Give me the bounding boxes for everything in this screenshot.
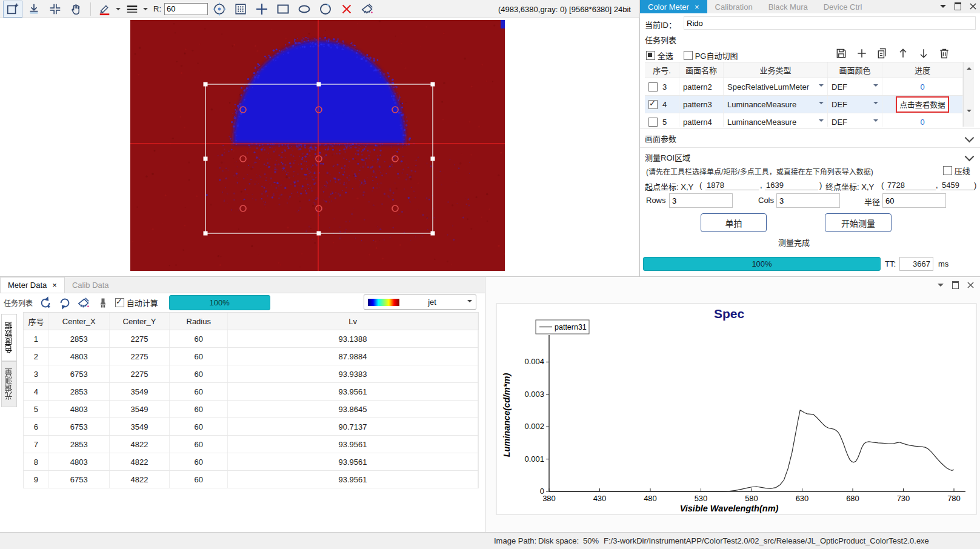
radius-input[interactable]: [164, 3, 208, 15]
meter-row[interactable]: 9675348226093.9561: [23, 471, 479, 488]
delete-task-button[interactable]: [938, 47, 950, 59]
roi-handle[interactable]: [431, 82, 435, 87]
column-header[interactable]: Lv: [228, 313, 478, 330]
task-row[interactable]: 3pattern2SpecRelativeLumMeterDEF0: [645, 78, 974, 96]
new-image-button[interactable]: [3, 1, 22, 18]
column-header[interactable]: 序号: [24, 313, 49, 330]
progress-cell[interactable]: 0: [882, 78, 963, 95]
chevron-down-icon[interactable]: [965, 133, 975, 143]
tab-close-icon[interactable]: ×: [52, 281, 57, 290]
dock-menu-arrow-icon[interactable]: [938, 284, 944, 290]
clear-canvas-button[interactable]: [358, 1, 378, 18]
reload-tasks-button[interactable]: [39, 296, 52, 310]
move-task-down-button[interactable]: [918, 47, 930, 59]
close-dock-icon[interactable]: [970, 3, 976, 10]
brush-button[interactable]: [97, 297, 109, 309]
tt-value-field[interactable]: 3667: [899, 257, 933, 271]
line-style-dropdown-arrow[interactable]: [143, 8, 148, 13]
tab-calibration[interactable]: Calibration: [707, 0, 761, 13]
progress-cell[interactable]: 点击查看数据: [882, 96, 963, 113]
meter-row[interactable]: 2480322756087.9884: [23, 348, 479, 365]
side-tab-spectrum[interactable]: 光谱测量: [1, 361, 17, 407]
side-tab-color-data[interactable]: 色度数据: [1, 314, 17, 361]
clear-table-button[interactable]: [78, 296, 91, 310]
column-header[interactable]: 序号.: [645, 62, 679, 78]
rect-tool-button[interactable]: [273, 1, 293, 18]
tab-black-mura[interactable]: Black Mura: [761, 0, 816, 13]
task-type-dropdown[interactable]: SpecRelativeLumMeter: [724, 78, 828, 95]
pattern-color-dropdown[interactable]: DEF: [828, 96, 882, 113]
close-dock-icon[interactable]: [967, 282, 974, 288]
task-table-scrollbar[interactable]: [963, 62, 974, 127]
single-point-tool-button[interactable]: [210, 1, 229, 18]
start-measure-button[interactable]: 开始测量: [825, 213, 892, 232]
add-task-button[interactable]: [856, 47, 868, 59]
column-header[interactable]: Center_X: [49, 313, 110, 330]
pattern-color-dropdown[interactable]: DEF: [828, 113, 882, 127]
checkbox-empty-icon[interactable]: [648, 118, 658, 127]
roi-handle[interactable]: [204, 157, 208, 161]
single-shot-button[interactable]: 单拍: [701, 213, 767, 232]
task-type-dropdown[interactable]: LuminanceMeasure: [724, 96, 828, 113]
column-header[interactable]: 业务类型: [724, 62, 828, 78]
task-row[interactable]: 4pattern3LuminanceMeasureDEF点击查看数据: [645, 96, 974, 113]
roi-handle[interactable]: [317, 231, 321, 236]
roi-handle[interactable]: [431, 231, 435, 236]
measurement-image[interactable]: [130, 20, 505, 271]
pattern-color-dropdown[interactable]: DEF: [828, 78, 882, 95]
roi-handle[interactable]: [204, 82, 208, 87]
column-header[interactable]: 画面名称: [679, 62, 724, 78]
auto-calc-checkbox[interactable]: 自动计算: [115, 297, 158, 308]
ellipse-tool-button[interactable]: [295, 1, 314, 18]
pg-autocut-checkbox[interactable]: PG自动切图: [684, 50, 738, 61]
copy-task-button[interactable]: [876, 47, 888, 59]
snapline-checkbox[interactable]: 压线: [943, 165, 970, 176]
rows-input[interactable]: [669, 193, 733, 208]
image-canvas-area[interactable]: [0, 18, 639, 276]
roi-start-y-input[interactable]: 1639: [765, 181, 818, 190]
delete-roi-button[interactable]: [337, 1, 356, 18]
tab-calib-data[interactable]: Calib Data: [65, 277, 116, 293]
meter-row[interactable]: 7285348226093.9561: [23, 436, 479, 453]
pencil-color-button[interactable]: [95, 1, 115, 18]
meter-row[interactable]: 8480348226093.9561: [23, 453, 479, 471]
tab-device-ctrl[interactable]: Device Ctrl: [816, 0, 870, 13]
move-task-up-button[interactable]: [897, 47, 909, 59]
section-screen-params[interactable]: 画面参数: [645, 133, 676, 144]
tab-close-icon[interactable]: ×: [695, 2, 699, 12]
tab-meter-data[interactable]: Meter Data ×: [0, 277, 65, 293]
roi-end-y-input[interactable]: 5459: [941, 181, 975, 190]
dock-menu-arrow-icon[interactable]: [940, 5, 946, 11]
meter-row[interactable]: 6675335496090.7137: [23, 418, 479, 436]
save-tasks-button[interactable]: [835, 47, 847, 59]
checkbox-empty-icon[interactable]: [648, 82, 658, 92]
task-row[interactable]: 5pattern4LuminanceMeasureDEF0: [645, 113, 974, 127]
float-window-icon[interactable]: [952, 281, 959, 289]
pencil-dropdown-arrow[interactable]: [116, 8, 121, 13]
float-window-icon[interactable]: [955, 2, 961, 10]
chevron-down-icon[interactable]: [965, 152, 975, 162]
task-type-dropdown[interactable]: LuminanceMeasure: [724, 113, 828, 127]
meter-row[interactable]: 5480335496093.8645: [23, 401, 479, 418]
column-header[interactable]: 进度: [882, 62, 963, 78]
roi-radius-input[interactable]: [882, 193, 946, 208]
import-image-button[interactable]: [24, 1, 44, 18]
progress-cell[interactable]: 0: [882, 113, 963, 127]
current-id-input[interactable]: [684, 16, 976, 30]
roi-end-x-input[interactable]: 7728: [886, 181, 936, 190]
line-style-button[interactable]: [122, 1, 142, 18]
roi-start-x-input[interactable]: 1878: [705, 181, 759, 190]
progress-value[interactable]: 0: [920, 118, 924, 127]
checkbox-checked-icon[interactable]: [648, 100, 658, 109]
column-header[interactable]: Center_Y: [110, 313, 170, 330]
pan-hand-button[interactable]: [67, 1, 86, 18]
column-header[interactable]: 画面颜色: [828, 62, 882, 78]
view-data-link[interactable]: 点击查看数据: [896, 96, 948, 113]
cross-tool-button[interactable]: [252, 1, 272, 18]
meter-row[interactable]: 1285322756093.1388: [23, 330, 479, 348]
roi-handle[interactable]: [431, 157, 435, 161]
multi-point-tool-button[interactable]: [231, 1, 250, 18]
roi-handle[interactable]: [317, 82, 321, 87]
recalculate-button[interactable]: [58, 296, 72, 310]
circle-tool-button[interactable]: [316, 1, 335, 18]
